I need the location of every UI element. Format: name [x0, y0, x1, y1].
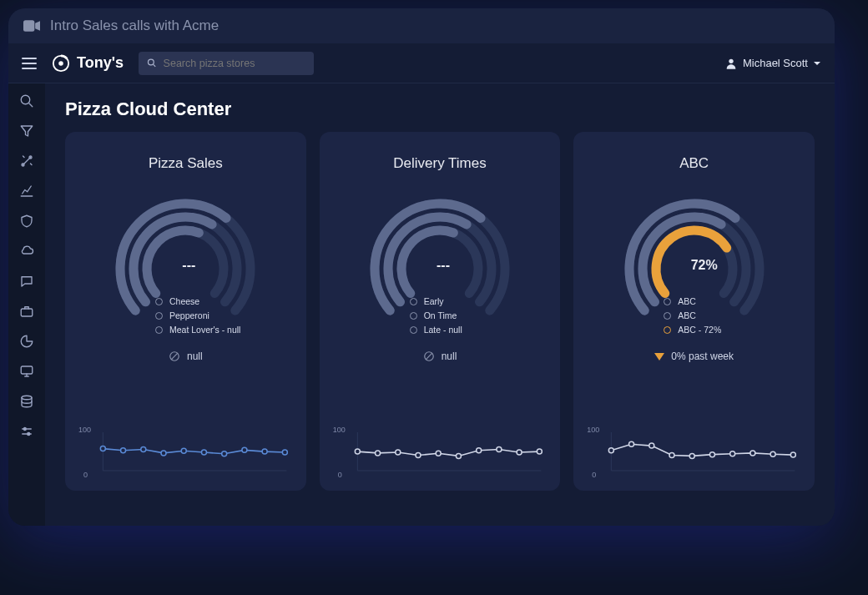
user-menu[interactable]: Michael Scott — [724, 57, 821, 70]
svg-point-16 — [100, 446, 105, 451]
monitor-icon[interactable] — [19, 364, 34, 379]
svg-rect-0 — [23, 20, 34, 31]
svg-point-34 — [456, 453, 461, 458]
card-title: ABC — [679, 155, 709, 172]
brand-name: Tony's — [77, 54, 124, 72]
radial-chart: --- — [356, 189, 523, 339]
svg-point-4 — [729, 58, 733, 63]
footnote-text: 0% past week — [671, 350, 734, 362]
svg-point-18 — [141, 446, 146, 451]
svg-point-5 — [21, 95, 30, 104]
svg-point-46 — [710, 452, 715, 457]
chart-center-value: --- — [437, 258, 450, 273]
svg-point-50 — [791, 452, 796, 457]
user-icon — [724, 57, 738, 70]
user-name: Michael Scott — [743, 57, 808, 69]
svg-point-3 — [148, 59, 154, 65]
database-icon[interactable] — [19, 394, 34, 409]
card-row: Pizza Sales --- Cheese Pepperoni Meat Lo… — [65, 132, 815, 491]
search-icon[interactable] — [19, 93, 34, 108]
sparkline-chart: 100 0 — [585, 426, 803, 479]
svg-point-49 — [770, 451, 775, 456]
footnote-text: null — [187, 350, 203, 362]
svg-point-47 — [730, 451, 735, 456]
svg-point-19 — [161, 451, 166, 456]
page-title: Pizza Cloud Center — [65, 98, 815, 120]
svg-point-29 — [355, 449, 360, 454]
svg-point-2 — [58, 61, 63, 66]
chart-center-value: 72% — [691, 258, 718, 273]
chevron-down-icon — [813, 59, 821, 68]
main-row: Pizza Cloud Center Pizza Sales --- Chees… — [8, 83, 835, 526]
tools-icon[interactable] — [19, 154, 34, 169]
svg-point-10 — [22, 396, 32, 400]
svg-point-32 — [416, 453, 421, 458]
svg-point-12 — [28, 433, 30, 436]
comment-icon[interactable] — [19, 274, 34, 289]
null-icon — [423, 350, 435, 362]
card-title: Pizza Sales — [149, 155, 223, 172]
svg-point-41 — [609, 448, 614, 453]
svg-point-42 — [629, 441, 634, 446]
sliders-icon[interactable] — [19, 424, 34, 439]
card-footnote: 0% past week — [654, 350, 734, 362]
cloud-icon[interactable] — [19, 244, 34, 259]
svg-point-24 — [262, 449, 267, 454]
svg-point-35 — [476, 448, 481, 453]
trend-down-icon — [654, 353, 664, 361]
svg-point-33 — [436, 451, 441, 456]
menu-toggle[interactable] — [22, 58, 37, 69]
chart-center-value: --- — [182, 258, 195, 273]
topbar: Tony's Michael Scott — [8, 43, 835, 83]
brand-logo-icon — [52, 54, 70, 73]
svg-point-25 — [282, 450, 287, 455]
dashboard-card: ABC 72% ABC ABC ABC - 72% 0% past week 1… — [573, 132, 815, 491]
svg-point-36 — [497, 446, 502, 451]
radial-chart: 72% — [611, 189, 778, 339]
svg-point-17 — [121, 448, 126, 453]
titlebar-title: Intro Sales calls with Acme — [50, 18, 219, 34]
svg-point-31 — [395, 450, 400, 455]
svg-point-38 — [537, 449, 542, 454]
svg-point-21 — [201, 450, 206, 455]
null-icon — [169, 350, 180, 362]
svg-point-22 — [222, 451, 227, 456]
brand[interactable]: Tony's — [52, 54, 124, 73]
video-camera-icon — [23, 20, 40, 32]
card-title: Delivery Times — [393, 155, 486, 172]
svg-point-45 — [690, 453, 695, 458]
app-window: Intro Sales calls with Acme Tony's Micha… — [8, 8, 835, 526]
svg-point-43 — [649, 443, 654, 448]
footnote-text: null — [442, 350, 457, 362]
card-footnote: null — [423, 350, 457, 362]
line-chart-icon[interactable] — [19, 184, 34, 199]
svg-point-37 — [517, 450, 522, 455]
dashboard-card: Delivery Times --- Early On Time Late - … — [320, 132, 561, 491]
dashboard-card: Pizza Sales --- Cheese Pepperoni Meat Lo… — [65, 132, 306, 491]
filter-icon[interactable] — [19, 124, 34, 139]
svg-point-44 — [669, 453, 674, 458]
card-footnote: null — [169, 350, 203, 362]
side-rail — [8, 83, 45, 526]
sparkline-chart: 100 0 — [77, 426, 295, 479]
svg-point-23 — [242, 447, 247, 452]
shield-icon[interactable] — [19, 214, 34, 229]
svg-rect-8 — [21, 309, 33, 316]
svg-point-11 — [23, 428, 26, 431]
briefcase-icon[interactable] — [19, 304, 34, 319]
radial-chart: --- — [102, 189, 269, 339]
svg-point-30 — [375, 451, 380, 456]
svg-point-20 — [181, 448, 186, 453]
svg-point-48 — [750, 451, 755, 456]
search-input[interactable] — [164, 58, 305, 69]
titlebar: Intro Sales calls with Acme — [8, 8, 835, 43]
sparkline-chart: 100 0 — [331, 426, 549, 479]
pie-chart-icon[interactable] — [19, 334, 34, 349]
content-area: Pizza Cloud Center Pizza Sales --- Chees… — [45, 83, 835, 526]
svg-rect-9 — [21, 366, 33, 374]
search-field[interactable] — [139, 52, 314, 75]
search-icon — [147, 58, 157, 68]
